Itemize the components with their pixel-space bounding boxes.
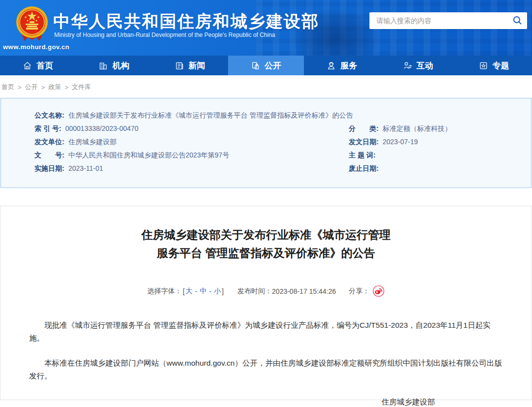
nav-tab-topics[interactable]: 专题 bbox=[456, 56, 532, 75]
article-meta-row: 选择字体： [ 大 - 中 - 小 ] 发布时间： 2023-08-17 15:… bbox=[0, 285, 532, 297]
meta-label: 索 引 号: bbox=[34, 125, 61, 133]
meta-label: 公文名称: bbox=[34, 111, 65, 120]
nav-tab-label: 互动 bbox=[417, 60, 433, 71]
publish-time-group: 发布时间： 2023-08-17 15:44:26 bbox=[237, 287, 336, 296]
article-paragraph-2: 本标准在住房城乡建设部门户网站（www.mohurd.gov.cn）公开，并由住… bbox=[29, 357, 503, 382]
search-button[interactable] bbox=[512, 15, 522, 27]
nav-tab-organization[interactable]: 机构 bbox=[76, 56, 152, 75]
breadcrumb-disclosure[interactable]: 公开 bbox=[25, 83, 38, 92]
publish-time-label: 发布时间： bbox=[237, 287, 272, 296]
article-title-line2: 服务平台 管理监督指标及评价标准》的公告 bbox=[0, 244, 532, 262]
meta-field-category: 分 类: 标准定额（标准科技） bbox=[349, 125, 531, 133]
article-paragraph-1: 现批准《城市运行管理服务平台 管理监督指标及评价标准》为城乡建设行业产品标准，编… bbox=[29, 319, 503, 344]
meta-label: 主 题 词: bbox=[349, 151, 375, 159]
search-bar[interactable] bbox=[369, 12, 527, 29]
font-size-large-link[interactable]: 大 bbox=[186, 287, 193, 296]
publish-time-value: 2023-08-17 15:44:26 bbox=[272, 287, 336, 295]
document-metadata-panel: 公文名称: 住房城乡建设部关于发布行业标准《城市运行管理服务平台 管理监督指标及… bbox=[0, 98, 532, 188]
font-size-small-link[interactable]: 小 bbox=[214, 287, 221, 296]
disclosure-icon bbox=[251, 61, 260, 70]
service-icon bbox=[327, 61, 336, 70]
meta-label: 分 类: bbox=[349, 125, 379, 133]
article-title-line1: 住房城乡建设部关于发布行业标准《城市运行管理 bbox=[0, 226, 532, 244]
breadcrumb: 首页 > 公开 > 政策 > 文件库 bbox=[0, 75, 532, 96]
meta-field-repeal-date: 废止日期: bbox=[349, 164, 531, 173]
nav-tab-label: 公开 bbox=[265, 60, 281, 71]
breadcrumb-separator: > bbox=[65, 84, 68, 91]
site-subtitle-english: Ministry of Housing and Urban-Rural Deve… bbox=[54, 31, 275, 38]
breadcrumb-home[interactable]: 首页 bbox=[1, 83, 14, 92]
interaction-icon bbox=[403, 61, 412, 70]
organization-icon bbox=[99, 61, 108, 70]
article-panel: 住房城乡建设部关于发布行业标准《城市运行管理 服务平台 管理监督指标及评价标准》… bbox=[0, 206, 532, 400]
topic-star-icon bbox=[479, 61, 488, 70]
search-icon bbox=[512, 15, 522, 27]
meta-value: 中华人民共和国住房和城乡建设部公告2023年第97号 bbox=[68, 151, 230, 159]
meta-field-index-number: 索 引 号: 000013338/2023-00470 bbox=[1, 125, 349, 133]
search-input[interactable] bbox=[376, 17, 512, 25]
font-size-label: 选择字体： bbox=[147, 287, 182, 296]
nav-tab-label: 机构 bbox=[112, 60, 129, 71]
article-body: 现批准《城市运行管理服务平台 管理监督指标及评价标准》为城乡建设行业产品标准，编… bbox=[0, 319, 532, 382]
nav-tab-service[interactable]: 服务 bbox=[304, 56, 380, 75]
site-header: 中华人民共和国住房和城乡建设部 Ministry of Housing and … bbox=[0, 0, 532, 56]
site-title: 中华人民共和国住房和城乡建设部 bbox=[53, 10, 319, 33]
font-dash: - bbox=[195, 287, 198, 295]
bracket-close: ] bbox=[222, 287, 224, 295]
nav-tab-news[interactable]: 新闻 bbox=[152, 56, 228, 75]
meta-field-doc-number: 文 号: 中华人民共和国住房和城乡建设部公告2023年第97号 bbox=[1, 151, 349, 159]
site-url: www.mohurd.gov.cn bbox=[3, 43, 69, 51]
article-signature: 住房城乡建设部 2023年7月19日 bbox=[0, 395, 532, 407]
breadcrumb-separator: > bbox=[41, 84, 45, 91]
meta-value: 2023-11-01 bbox=[68, 164, 103, 173]
meta-value: 住房城乡建设部关于发布行业标准《城市运行管理服务平台 管理监督指标及评价标准》的… bbox=[68, 111, 353, 120]
nav-tab-home[interactable]: 首页 bbox=[0, 56, 76, 75]
meta-value: 标准定额（标准科技） bbox=[383, 125, 452, 133]
signature-organization: 住房城乡建设部 bbox=[0, 395, 435, 407]
bracket-open: [ bbox=[183, 287, 185, 295]
share-label: 分享： bbox=[349, 287, 369, 296]
national-emblem-icon bbox=[14, 5, 50, 45]
meta-field-subject-words: 主 题 词: bbox=[349, 151, 531, 159]
meta-label: 废止日期: bbox=[349, 164, 379, 173]
meta-value: 2023-07-19 bbox=[383, 138, 418, 146]
meta-label: 文 号: bbox=[34, 151, 65, 159]
meta-value: 住房城乡建设部 bbox=[68, 138, 117, 146]
nav-tab-label: 首页 bbox=[36, 60, 53, 71]
nav-tab-label: 专题 bbox=[493, 60, 509, 71]
nav-tab-label: 新闻 bbox=[189, 60, 205, 71]
font-size-selector: 选择字体： [ 大 - 中 - 小 ] bbox=[147, 287, 225, 296]
font-size-medium-link[interactable]: 中 bbox=[200, 287, 207, 296]
breadcrumb-policy[interactable]: 政策 bbox=[48, 83, 61, 92]
home-icon bbox=[23, 61, 32, 70]
meta-label: 发文单位: bbox=[34, 138, 65, 146]
nav-tab-label: 服务 bbox=[340, 60, 357, 71]
share-group: 分享： bbox=[349, 285, 385, 297]
article-title: 住房城乡建设部关于发布行业标准《城市运行管理 服务平台 管理监督指标及评价标准》… bbox=[0, 226, 532, 262]
meta-field-issue-date: 发文日期: 2023-07-19 bbox=[349, 138, 531, 146]
nav-tab-disclosure[interactable]: 公开 bbox=[228, 56, 304, 75]
meta-value: 000013338/2023-00470 bbox=[65, 125, 138, 133]
weibo-share-icon[interactable] bbox=[372, 285, 385, 297]
news-icon bbox=[175, 61, 184, 70]
meta-field-implementation-date: 实施日期: 2023-11-01 bbox=[1, 164, 349, 173]
breadcrumb-separator: > bbox=[18, 84, 22, 91]
nav-tab-interaction[interactable]: 互动 bbox=[380, 56, 456, 75]
main-nav: 首页 机构 新闻 公开 bbox=[0, 56, 532, 75]
meta-label: 发文日期: bbox=[349, 138, 379, 146]
breadcrumb-library[interactable]: 文件库 bbox=[72, 83, 91, 92]
meta-label: 实施日期: bbox=[34, 164, 65, 173]
meta-field-doc-name: 公文名称: 住房城乡建设部关于发布行业标准《城市运行管理服务平台 管理监督指标及… bbox=[1, 111, 531, 120]
font-dash: - bbox=[209, 287, 212, 295]
meta-field-issuing-unit: 发文单位: 住房城乡建设部 bbox=[1, 138, 349, 146]
